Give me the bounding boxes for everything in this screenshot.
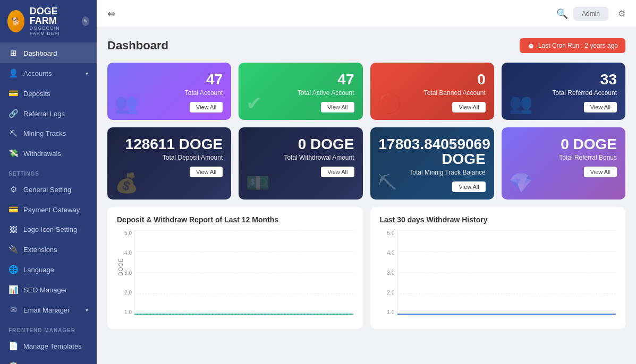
total-banned-account-number: 0 — [379, 72, 486, 87]
total-referral-bonus-view-all-button[interactable]: View All — [584, 167, 617, 177]
y-axis-label-4: 4.0 — [124, 250, 132, 256]
chart-y-doge-label: DOGE — [118, 258, 124, 275]
card-total-referred-account: 33 Total Referred Account View All 👥 — [502, 63, 625, 120]
y-axis-label-5b: 5.0 — [387, 230, 395, 236]
main-area: ⇔ 🔍 Admin ⚙ Dashboard ⏰ Last Cron Run : … — [97, 0, 636, 364]
cron-badge-text: Last Cron Run : 2 years ago — [538, 42, 618, 49]
seo-manager-icon: 📊 — [9, 285, 18, 294]
y-axis-label-5: 5.0 — [124, 230, 132, 236]
sidebar-item-payment-gateway[interactable]: 💳 Payment Gateway — [0, 200, 97, 220]
sidebar-label-mining-tracks: Mining Tracks — [23, 129, 66, 137]
sidebar-label-logo-icon-setting: Logo Icon Setting — [23, 226, 77, 233]
sidebar-item-logo-icon-setting[interactable]: 🖼 Logo Icon Setting — [0, 220, 97, 239]
sidebar-item-extensions[interactable]: 🔌 Extensions — [0, 239, 97, 259]
y-axis-label-3b: 3.0 — [387, 270, 395, 276]
deposit-withdraw-chart-title: Deposit & Withdraw Report of Last 12 Mon… — [117, 215, 353, 224]
y-axis-label-1b: 1.0 — [387, 309, 395, 315]
sidebar-label-seo-manager: SEO Manager — [23, 286, 67, 294]
sidebar-item-seo-manager[interactable]: 📊 SEO Manager — [0, 280, 97, 300]
total-active-account-icon: ✔ — [246, 92, 262, 115]
y-axis-label-4b: 4.0 — [387, 250, 395, 256]
dashboard-icon: ⊞ — [9, 48, 18, 58]
email-manager-icon: ✉ — [9, 305, 18, 315]
expand-icon[interactable]: ⇔ — [107, 8, 115, 20]
sidebar-label-accounts: Accounts — [23, 70, 52, 77]
manage-pages-icon: 📋 — [9, 361, 18, 364]
total-banned-account-view-all-button[interactable]: View All — [452, 102, 485, 112]
topbar: ⇔ 🔍 Admin ⚙ — [97, 0, 636, 28]
total-active-account-label: Total Active Account — [247, 89, 354, 97]
card-total-account: 47 Total Account View All 👥 — [107, 63, 231, 120]
language-icon: 🌐 — [9, 265, 18, 274]
sidebar-item-general-setting[interactable]: ⚙ General Setting — [0, 179, 97, 200]
total-mining-track-balance-view-all-button[interactable]: View All — [452, 181, 485, 192]
logo-edit-button[interactable]: ✎ — [82, 16, 89, 26]
sidebar-item-deposits[interactable]: 💳 Deposits — [0, 83, 97, 103]
sidebar-label-referral-logs: Referral Logs — [23, 110, 65, 118]
deposits-icon: 💳 — [9, 89, 18, 98]
email-manager-arrow-icon: ▾ — [86, 307, 88, 313]
search-icon[interactable]: 🔍 — [556, 8, 568, 20]
total-referred-account-view-all-button[interactable]: View All — [584, 102, 617, 112]
sidebar-label-dashboard: Dashboard — [23, 49, 57, 57]
settings-icon[interactable]: ⚙ — [618, 8, 625, 19]
app-subtitle: DOGECOIN FARM DEFI — [30, 25, 77, 36]
admin-button[interactable]: Admin — [573, 7, 608, 21]
total-referral-bonus-number: 0 DOGE — [510, 137, 617, 152]
card-total-mining-track-balance: 17803.84059069 DOGE Total Minnig Track B… — [370, 127, 494, 200]
charts-row: Deposit & Withdraw Report of Last 12 Mon… — [107, 207, 625, 329]
sidebar-item-mining-tracks[interactable]: ⛏ Mining Tracks — [0, 124, 97, 143]
total-mining-track-balance-icon: ⛏ — [378, 172, 397, 194]
general-setting-icon: ⚙ — [9, 185, 18, 194]
sidebar-item-manage-pages[interactable]: 📋 Manage Pages — [0, 356, 97, 364]
total-referred-account-number: 33 — [510, 72, 617, 87]
card-total-active-account: 47 Total Active Account View All ✔ — [239, 63, 362, 120]
card-total-deposit-amount: 128611 DOGE Total Deposit Amount View Al… — [107, 127, 231, 200]
total-referral-bonus-icon: 💎 — [509, 172, 533, 194]
y-axis-label-1: 1.0 — [124, 309, 132, 315]
total-deposit-amount-view-all-button[interactable]: View All — [190, 167, 223, 177]
total-account-number: 47 — [116, 72, 223, 87]
total-withdrawal-amount-icon: 💵 — [246, 172, 270, 194]
sidebar-item-withdrawals[interactable]: 💸 Withdrawals — [0, 143, 97, 163]
sidebar-item-dashboard[interactable]: ⊞ Dashboard — [0, 43, 97, 63]
total-account-view-all-button[interactable]: View All — [190, 102, 223, 112]
total-deposit-amount-number: 128611 DOGE — [116, 137, 223, 152]
total-account-icon: 👥 — [115, 92, 139, 115]
content-area: Dashboard ⏰ Last Cron Run : 2 years ago … — [97, 28, 636, 364]
sidebar-item-email-manager[interactable]: ✉ Email Manager ▾ — [0, 300, 97, 320]
total-mining-track-balance-number: 17803.84059069 DOGE — [379, 137, 486, 167]
sidebar-label-extensions: Extensions — [23, 246, 57, 254]
withdraw-history-chart-title: Last 30 days Withdraw History — [380, 215, 616, 224]
sidebar-label-language: Language — [23, 266, 54, 274]
card-total-banned-account: 0 Total Banned Account View All 🚫 — [370, 63, 494, 120]
total-banned-account-icon: 🚫 — [378, 92, 402, 115]
sidebar-item-accounts[interactable]: 👤 Accounts ▾ — [0, 63, 97, 83]
sidebar-label-general-setting: General Setting — [23, 186, 71, 194]
sidebar-label-email-manager: Email Manager — [23, 306, 70, 314]
sidebar-label-manage-templates: Manage Templates — [23, 342, 82, 350]
referral-logs-icon: 🔗 — [9, 109, 18, 118]
stat-cards-row2: 128611 DOGE Total Deposit Amount View Al… — [107, 127, 625, 200]
total-referral-bonus-label: Total Referral Bonus — [510, 154, 617, 161]
sidebar-item-referral-logs[interactable]: 🔗 Referral Logs — [0, 103, 97, 124]
deposit-withdraw-chart-card: Deposit & Withdraw Report of Last 12 Mon… — [107, 207, 363, 329]
total-active-account-view-all-button[interactable]: View All — [321, 102, 354, 112]
logo-icon-setting-icon: 🖼 — [9, 225, 18, 234]
total-withdrawal-amount-view-all-button[interactable]: View All — [321, 167, 354, 177]
total-deposit-amount-icon: 💰 — [115, 172, 139, 194]
deposit-withdraw-chart-svg — [134, 230, 353, 315]
settings-section-label: SETTINGS — [0, 163, 97, 179]
app-name: DOGE FARM — [30, 6, 77, 25]
total-deposit-amount-label: Total Deposit Amount — [116, 154, 223, 161]
sidebar-item-language[interactable]: 🌐 Language — [0, 259, 97, 280]
withdraw-history-chart-card: Last 30 days Withdraw History 5.0 4.0 3.… — [370, 207, 626, 329]
sidebar-label-manage-pages: Manage Pages — [23, 362, 70, 365]
sidebar-item-manage-templates[interactable]: 📄 Manage Templates — [0, 336, 97, 356]
withdrawals-icon: 💸 — [9, 149, 18, 158]
accounts-arrow-icon: ▾ — [86, 71, 88, 76]
manage-templates-icon: 📄 — [9, 341, 18, 351]
logo-text-block: DOGE FARM DOGECOIN FARM DEFI — [30, 6, 77, 36]
logo-image: 🐕 — [7, 10, 24, 32]
total-referred-account-icon: 👥 — [509, 92, 533, 115]
